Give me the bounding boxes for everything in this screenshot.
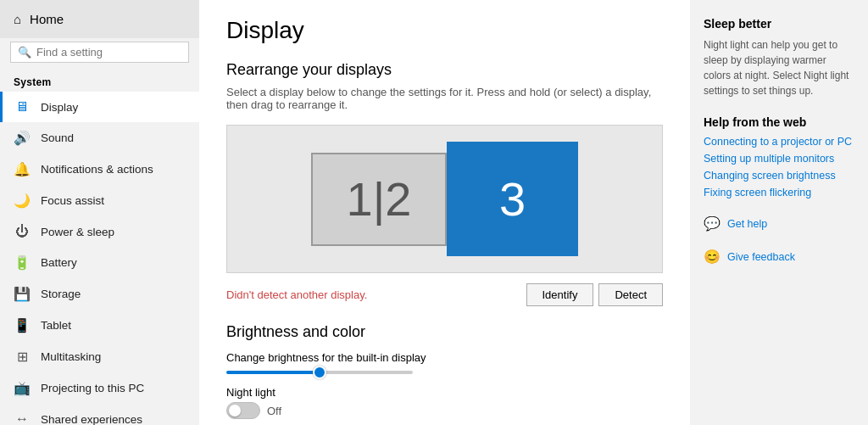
sidebar-item-label: Power & sleep — [41, 226, 114, 238]
rearrange-desc: Select a display below to change the set… — [226, 86, 663, 111]
identify-button[interactable]: Identify — [526, 283, 594, 306]
power-icon: ⏻ — [14, 224, 31, 239]
give-feedback-row: 😊 Give feedback — [704, 249, 854, 265]
sidebar-item-label: Sound — [41, 131, 74, 144]
sidebar-item-label: Notifications & actions — [41, 163, 153, 176]
sidebar-item-battery[interactable]: 🔋 Battery — [0, 247, 199, 278]
night-light-row: Night light Off — [226, 386, 663, 419]
help-title: Help from the web — [704, 115, 854, 129]
sidebar-item-tablet[interactable]: 📱 Tablet — [0, 310, 199, 341]
sidebar-item-display[interactable]: 🖥 Display — [0, 92, 199, 122]
brightness-slider-row — [226, 371, 663, 374]
toggle-knob — [229, 405, 241, 417]
sidebar-home[interactable]: ⌂ Home — [0, 0, 199, 38]
link-projector[interactable]: Connecting to a projector or PC — [704, 136, 854, 148]
main-content: Display Rearrange your displays Select a… — [199, 0, 690, 425]
tablet-icon: 📱 — [14, 317, 31, 333]
sidebar-item-power[interactable]: ⏻ Power & sleep — [0, 216, 199, 247]
display-icon: 🖥 — [14, 99, 31, 115]
sidebar-item-notifications[interactable]: 🔔 Notifications & actions — [0, 154, 199, 185]
link-flickering[interactable]: Fixing screen flickering — [704, 187, 854, 199]
display-actions-row: Didn't detect another display. Identify … — [226, 283, 663, 306]
night-light-status: Off — [267, 405, 281, 417]
get-help-icon: 💬 — [704, 215, 721, 232]
display-preview: 1|2 3 — [226, 125, 663, 273]
sidebar-item-sound[interactable]: 🔊 Sound — [0, 122, 199, 154]
monitor-3-label: 3 — [499, 171, 526, 226]
get-help-row: 💬 Get help — [704, 215, 854, 232]
sidebar-item-multitasking[interactable]: ⊞ Multitasking — [0, 341, 199, 372]
sleep-title: Sleep better — [704, 17, 854, 31]
brightness-label: Change brightness for the built-in displ… — [226, 351, 663, 364]
link-monitors[interactable]: Setting up multiple monitors — [704, 153, 854, 165]
sidebar-item-label: Focus assist — [41, 194, 104, 207]
search-input[interactable] — [36, 46, 181, 59]
sidebar-item-label: Battery — [41, 256, 77, 269]
search-icon: 🔍 — [18, 46, 31, 59]
rearrange-title: Rearrange your displays — [226, 61, 663, 79]
night-light-label: Night light — [226, 386, 663, 399]
storage-icon: 💾 — [14, 286, 31, 302]
sleep-desc: Night light can help you get to sleep by… — [704, 37, 854, 98]
shared-icon: ↔ — [14, 411, 31, 425]
monitor-3[interactable]: 3 — [447, 142, 578, 256]
home-icon: ⌂ — [14, 12, 21, 26]
projecting-icon: 📺 — [14, 380, 31, 396]
sidebar-item-shared[interactable]: ↔ Shared experiences — [0, 404, 199, 425]
sidebar-item-label: Storage — [41, 288, 81, 300]
give-feedback-icon: 😊 — [704, 249, 721, 265]
sidebar-item-label: Display — [41, 101, 78, 114]
multitasking-icon: ⊞ — [14, 349, 31, 365]
page-title: Display — [226, 17, 663, 44]
notifications-icon: 🔔 — [14, 161, 31, 177]
sound-icon: 🔊 — [14, 130, 31, 146]
sidebar-section-label: System — [0, 70, 199, 92]
link-brightness[interactable]: Changing screen brightness — [704, 170, 854, 182]
detect-message: Didn't detect another display. — [226, 288, 367, 301]
sidebar-item-label: Shared experiences — [41, 413, 142, 426]
give-feedback-link[interactable]: Give feedback — [727, 251, 795, 263]
toggle-row: Off — [226, 402, 663, 419]
sidebar-home-label: Home — [30, 12, 64, 26]
brightness-slider[interactable] — [226, 371, 413, 374]
sidebar-item-projecting[interactable]: 📺 Projecting to this PC — [0, 372, 199, 404]
btn-group: Identify Detect — [526, 283, 664, 306]
detect-button[interactable]: Detect — [598, 283, 663, 306]
sidebar-item-focus[interactable]: 🌙 Focus assist — [0, 185, 199, 216]
battery-icon: 🔋 — [14, 254, 31, 271]
sidebar-item-label: Projecting to this PC — [41, 382, 144, 394]
focus-icon: 🌙 — [14, 193, 31, 209]
search-box[interactable]: 🔍 — [10, 42, 189, 63]
sidebar-item-storage[interactable]: 💾 Storage — [0, 278, 199, 310]
sidebar-item-label: Tablet — [41, 319, 71, 332]
night-light-toggle[interactable] — [226, 402, 260, 419]
brightness-section: Brightness and color Change brightness f… — [226, 323, 663, 419]
monitor-1-label: 1|2 — [347, 171, 412, 226]
brightness-title: Brightness and color — [226, 323, 663, 341]
monitor-1[interactable]: 1|2 — [311, 153, 447, 246]
right-panel: Sleep better Night light can help you ge… — [690, 0, 868, 425]
get-help-link[interactable]: Get help — [727, 218, 767, 230]
sidebar: ⌂ Home 🔍 System 🖥 Display 🔊 Sound 🔔 Noti… — [0, 0, 199, 425]
sidebar-item-label: Multitasking — [41, 350, 101, 363]
